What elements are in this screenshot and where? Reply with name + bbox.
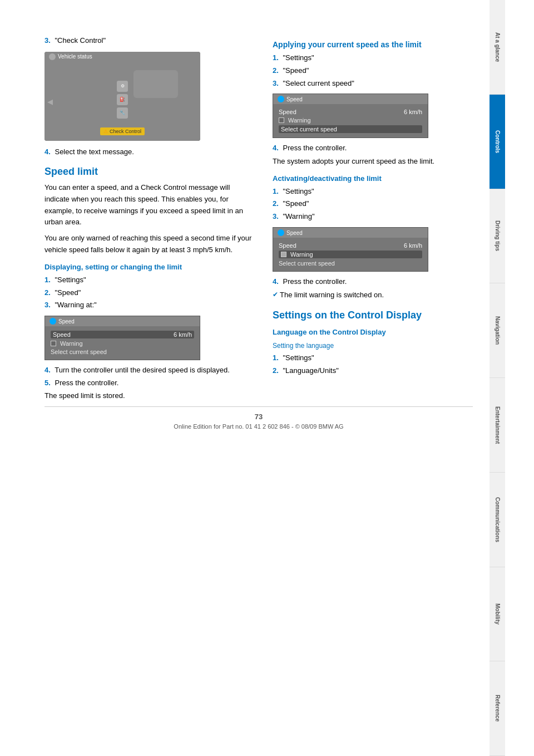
sidebar-tab-navigation[interactable]: Navigation [490, 283, 505, 378]
apply-step3-text: "Select current speed" [283, 79, 354, 87]
activ-step2: 2. "Speed" [273, 198, 473, 210]
disp-step1-label: 1. [44, 276, 51, 284]
disp-step2-text: "Speed" [55, 288, 81, 297]
warning-checkbox3 [281, 252, 286, 257]
apply-step4: 4. Press the controller. [273, 143, 473, 154]
activ-step4-label: 4. [273, 277, 279, 286]
sidebar-tab-label-1: Controls [495, 130, 501, 153]
apply-step3-label: 3. [273, 79, 279, 87]
speed-row3: Speed 6 km/h [279, 242, 422, 249]
speed-screen3-body: Speed 6 km/h Warning Select current s [273, 238, 428, 271]
select-speed-label3: Select current speed [279, 260, 335, 267]
speed-screen2-header: Speed [273, 94, 428, 104]
step4-text: Select the text message. [55, 148, 134, 156]
disp-step3: 3. "Warning at:" [44, 300, 256, 311]
disp-step3-label: 3. [44, 301, 51, 309]
speed-screen-2: Speed Speed 6 km/h Warning [273, 94, 473, 138]
step3-label: 3. [44, 36, 51, 45]
speed-row-selected: Speed 6 km/h [51, 331, 194, 338]
activ-step1: 1. "Settings" [273, 186, 473, 198]
checkmark-icon: ✔ [273, 289, 278, 300]
disp-note: The speed limit is stored. [44, 390, 256, 402]
sidebar-tab-label-5: Communications [495, 497, 501, 542]
lang-steps: 1. "Settings" 2. "Language/Units" [273, 352, 473, 377]
sidebar-tab-label-3: Navigation [495, 316, 501, 345]
select-speed-label: Select current speed [51, 348, 107, 355]
page-number: 73 [50, 413, 467, 421]
activ-step3: 3. "Warning" [273, 211, 473, 223]
select-speed-row2: Select current speed [279, 125, 422, 133]
speed-icon3 [278, 229, 284, 236]
step4-label: 4. [44, 148, 51, 156]
warning-label: Warning [60, 340, 83, 347]
activ-step3-text: "Warning" [283, 212, 314, 220]
speed-screen2-body: Speed 6 km/h Warning Select current s [273, 104, 428, 138]
settings-heading-text: Settings on the Control Display [273, 310, 422, 321]
warning-label2: Warning [288, 117, 311, 124]
lang-step1: 1. "Settings" [273, 352, 473, 364]
apply-step1-text: "Settings" [283, 53, 314, 62]
lang-step2-text: "Language/Units" [283, 366, 338, 375]
sidebar-tab-label-2: Driving tips [495, 220, 501, 251]
apply-step2-text: "Speed" [283, 66, 309, 75]
step3-item: 3. "Check Control" [44, 35, 256, 46]
applying-heading: Applying your current speed as the limit [273, 40, 473, 49]
step4-item: 4. Select the text message. [44, 146, 256, 158]
sidebar-tab-driving-tips[interactable]: Driving tips [490, 189, 505, 284]
activ-step1-label: 1. [273, 187, 279, 195]
disp-step2-label: 2. [44, 288, 51, 297]
warning-checkbox2 [279, 117, 284, 123]
activ-note-text: The limit warning is switched on. [280, 289, 384, 301]
apply-step2-label: 2. [273, 66, 279, 75]
settings-heading: Settings on the Control Display [273, 310, 473, 321]
sidebar: At a glance Controls Driving tips Naviga… [490, 0, 505, 756]
activ-step4: 4. Press the controller. [273, 276, 473, 287]
disp-step4-text: Turn the controller until the desired sp… [55, 366, 230, 374]
sidebar-tab-communications[interactable]: Communications [490, 473, 505, 567]
warning-row: Warning [51, 340, 194, 347]
disp-step2: 2. "Speed" [44, 287, 256, 299]
speed-screen-3: Speed Speed 6 km/h Warning [273, 227, 473, 272]
select-speed-row3: Select current speed [279, 260, 422, 267]
sidebar-tab-label-0: At a glance [495, 32, 501, 62]
activ-step2-text: "Speed" [283, 199, 309, 208]
disp-step1: 1. "Settings" [44, 274, 256, 286]
lang-step1-text: "Settings" [283, 354, 314, 362]
apply-step3: 3. "Select current speed" [273, 78, 473, 90]
sidebar-tab-controls[interactable]: Controls [490, 95, 505, 189]
sidebar-tab-entertainment[interactable]: Entertainment [490, 378, 505, 473]
activ-steps: 1. "Settings" 2. "Speed" 3. "Warning" [273, 186, 473, 223]
sidebar-tab-at-a-glance[interactable]: At a glance [490, 0, 505, 95]
sidebar-tab-mobility[interactable]: Mobility [490, 567, 505, 662]
step3-text: "Check Control" [55, 36, 106, 45]
speed-screen3-header: Speed [273, 228, 428, 238]
warning-triangle-icon: ⚠ [103, 129, 108, 134]
speed-row2: Speed 6 km/h [279, 109, 422, 115]
activ-note: ✔ The limit warning is switched on. [273, 289, 473, 301]
warning-checkbox [51, 341, 56, 346]
warning-label3: Warning [290, 251, 313, 258]
disp-step4: 4. Turn the controller until the desired… [44, 365, 256, 376]
speed-value2: 6 km/h [404, 109, 422, 115]
sidebar-tab-label-6: Mobility [495, 603, 501, 625]
speed-limit-heading: Speed limit [44, 166, 256, 178]
speed-screen1-title: Speed [58, 318, 75, 325]
speed-icon2 [278, 96, 284, 102]
sidebar-tab-label-7: Reference [495, 695, 501, 721]
copyright-text: Online Edition for Part no. 01 41 2 602 … [50, 423, 467, 430]
language-heading: Language on the Control Display [273, 328, 473, 336]
speed-value3: 6 km/h [404, 242, 422, 249]
activating-heading: Activating/deactivating the limit [273, 174, 473, 183]
disp-step3-text: "Warning at:" [55, 301, 96, 309]
disp-step4-label: 4. [44, 366, 51, 374]
speed-label3: Speed [279, 242, 296, 249]
activ-step4-text: Press the controller. [283, 277, 347, 286]
lang-step2: 2. "Language/Units" [273, 365, 473, 377]
select-speed-label2: Select current speed [281, 126, 337, 132]
sidebar-tab-reference[interactable]: Reference [490, 661, 505, 756]
apply-step1: 1. "Settings" [273, 52, 473, 64]
speed-screen2-title: Speed [286, 96, 303, 102]
displaying-heading: Displaying, setting or changing the limi… [44, 263, 256, 271]
nav-arrow-icon: ◂ [47, 95, 53, 108]
apply-note: The system adopts your current speed as … [273, 156, 473, 168]
